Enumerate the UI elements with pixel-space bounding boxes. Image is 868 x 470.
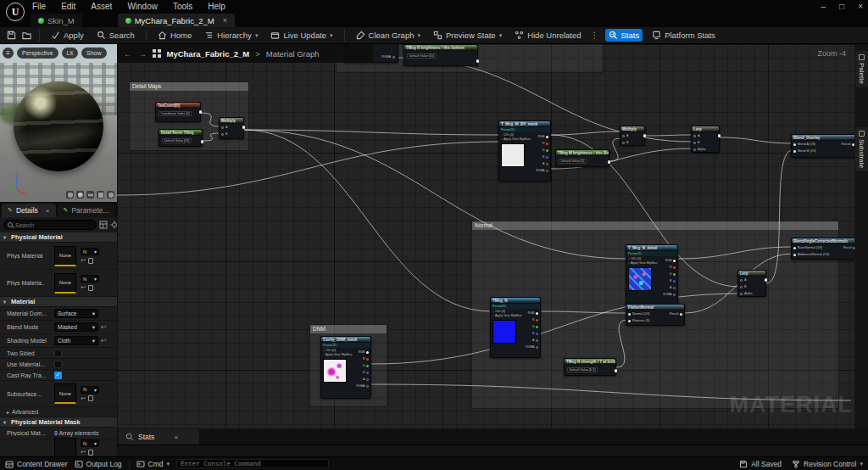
minimize-icon[interactable]: –	[821, 2, 826, 11]
node-blend-angle-corrected-normals[interactable]: BlendAngleCorrectedNormalsBaseNormal (V3…	[791, 238, 854, 260]
asset-thumbnail[interactable]: None	[54, 273, 76, 294]
breadcrumb-asset[interactable]: MyChara_Fabric_2_M	[167, 49, 250, 59]
all-saved-indicator[interactable]: All Saved	[739, 460, 782, 468]
back-icon[interactable]: ←	[124, 49, 132, 59]
preview-cube-icon[interactable]	[97, 191, 104, 199]
search-input[interactable]	[15, 222, 92, 228]
pin-dot[interactable]	[546, 163, 548, 165]
output-pin[interactable]	[718, 134, 721, 137]
pin-dot[interactable]	[740, 279, 743, 282]
use-selected-icon[interactable]: ↩	[81, 257, 86, 264]
node-tex-cavity[interactable]: Cavity_DNM_maskParam2D○ UVs [0]○ Apply V…	[320, 336, 371, 399]
lit-button[interactable]: Lit	[62, 48, 78, 59]
asset-type-select[interactable]: N▾	[81, 386, 99, 394]
home-button[interactable]: Home	[154, 29, 195, 42]
pin-dot[interactable]	[366, 351, 369, 354]
pin-dot[interactable]	[628, 320, 631, 322]
node-param-msg-n-strength[interactable]: TMsg N strength / T at bottomDefault Val…	[564, 358, 616, 376]
asset-thumbnail[interactable]: None	[54, 246, 76, 266]
pin-dot[interactable]	[366, 365, 369, 367]
output-pin[interactable]	[643, 134, 647, 137]
browse-icon[interactable]	[88, 258, 93, 264]
pin-dot[interactable]	[546, 149, 548, 152]
pin-dot[interactable]	[693, 135, 696, 137]
clean-graph-button[interactable]: Clean Graph▾	[353, 29, 424, 42]
show-button[interactable]: Show	[81, 48, 107, 59]
select-shading-model[interactable]: Cloth▾	[54, 336, 98, 345]
search-button[interactable]: Search	[93, 29, 138, 42]
pin-dot[interactable]	[673, 294, 676, 296]
pin-dot[interactable]	[546, 170, 548, 172]
platform-stats-button[interactable]: Platform Stats	[648, 29, 719, 42]
menu-file[interactable]: File	[32, 2, 46, 11]
output-pin[interactable]	[242, 126, 246, 129]
asset-type-select[interactable]: N▾	[81, 275, 99, 283]
pin-dot[interactable]	[793, 150, 796, 153]
more-options-icon[interactable]: ⋮	[591, 31, 599, 40]
content-drawer-button[interactable]: Content Drawer	[5, 460, 68, 468]
pin-dot[interactable]	[536, 326, 538, 328]
node-lerp-1[interactable]: LerpABAlpha	[691, 126, 720, 153]
pin-dot[interactable]	[680, 313, 682, 316]
pin-dot[interactable]	[673, 287, 676, 289]
browse-icon[interactable]	[88, 450, 93, 456]
preview-state-button[interactable]: Preview State▾	[430, 29, 505, 42]
tab-stats[interactable]: Stats ×	[119, 429, 199, 445]
viewport-menu-icon[interactable]: ≡	[3, 48, 14, 59]
pin-dot[interactable]	[366, 385, 369, 388]
pin-dot[interactable]	[622, 135, 625, 137]
node-detail-norm-tiling[interactable]: Detail Norm TilingDefault Value [30]	[159, 129, 203, 147]
node-blend-overlay[interactable]: Blend_OverlayBlend A (V3)ResultBlend B (…	[791, 134, 854, 158]
stats-button[interactable]: Stats	[605, 29, 643, 42]
live-update-button[interactable]: Live Update▾	[267, 29, 336, 42]
pin-dot[interactable]	[366, 378, 369, 381]
pin-dot[interactable]	[546, 136, 548, 138]
section-physical-material-mask[interactable]: ▾Physical Material Mask	[0, 417, 117, 428]
asset-thumbnail[interactable]: None	[54, 383, 76, 404]
output-log-button[interactable]: Output Log	[75, 460, 122, 468]
close-icon[interactable]: ×	[174, 434, 178, 441]
perspective-button[interactable]: Perspective	[17, 48, 58, 59]
menu-asset[interactable]: Asset	[91, 2, 112, 11]
pin-dot[interactable]	[693, 142, 696, 144]
node-tex-msg-m[interactable]: T_Msg_M_BV_maskParam2D○ UVs [0]○ Apply V…	[498, 120, 551, 182]
preview-viewport[interactable]: ≡ Perspective Lit Show z y x	[0, 44, 117, 202]
tab-substrate[interactable]: Substrate	[855, 127, 868, 171]
tab-palette[interactable]: Palette	[855, 51, 868, 87]
breadcrumb-page[interactable]: Material Graph	[266, 49, 320, 59]
preview-cylinder-icon[interactable]	[66, 191, 74, 199]
apply-button[interactable]: Apply	[47, 29, 87, 42]
node-multiply-2[interactable]: MultiplyAB	[620, 126, 645, 146]
pin-dot[interactable]	[673, 260, 676, 262]
display-options-icon[interactable]	[99, 221, 108, 229]
tab-details[interactable]: ✎ Details ×	[2, 204, 56, 217]
pin-dot[interactable]	[693, 148, 696, 151]
node-param-msg-m-brightness[interactable]: TMsg M brightness / this BowDefault Valu…	[555, 149, 609, 167]
pin-dot[interactable]	[536, 319, 538, 322]
checkbox-cast-ray-tra[interactable]: ✓	[54, 372, 62, 379]
pin-dot[interactable]	[740, 293, 743, 295]
revision-control-button[interactable]: Revision Control ▾	[792, 460, 863, 468]
preview-plane-icon[interactable]	[86, 191, 94, 199]
close-icon[interactable]: ×	[223, 16, 227, 25]
pin-dot[interactable]	[546, 156, 548, 159]
pin-dot[interactable]	[673, 266, 676, 269]
forward-icon[interactable]: →	[138, 49, 147, 59]
pin-dot[interactable]	[793, 143, 796, 146]
hierarchy-button[interactable]: Hierarchy▾	[201, 29, 261, 42]
select-material-dom[interactable]: Surface▾	[54, 309, 98, 318]
pin-dot[interactable]	[392, 56, 395, 59]
search-field[interactable]	[3, 220, 97, 230]
use-selected-icon[interactable]: ↩	[81, 395, 86, 402]
pin-dot[interactable]	[536, 333, 538, 335]
checkbox-two-sided[interactable]	[54, 350, 62, 357]
node-param-msg-r-brightness[interactable]: TMsg R brightness / this bottomDefault V…	[403, 44, 478, 66]
preview-mesh-icon[interactable]	[107, 191, 114, 199]
menu-help[interactable]: Help	[208, 2, 225, 11]
node-texcoord[interactable]: TexCoord[0]Coordinate Index [0]	[155, 102, 201, 122]
output-pin[interactable]	[765, 278, 768, 282]
output-pin[interactable]	[201, 140, 204, 143]
checkbox-use-material[interactable]	[54, 361, 62, 368]
node-lerp-2[interactable]: LerpABAlpha	[737, 270, 766, 297]
pin-dot[interactable]	[622, 142, 625, 144]
